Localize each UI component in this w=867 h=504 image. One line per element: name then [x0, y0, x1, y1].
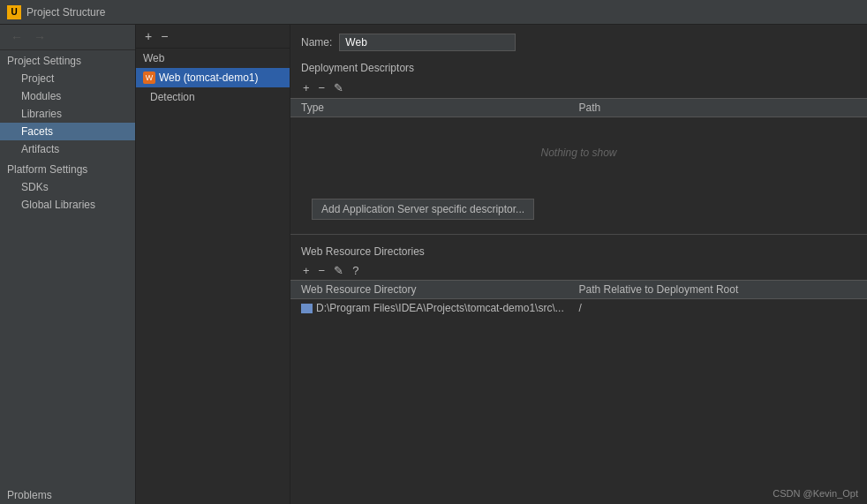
window-title: Project Structure [26, 6, 105, 19]
remove-facet-button[interactable]: − [159, 29, 170, 43]
name-row: Name: [290, 25, 867, 58]
deployment-toolbar: + − ✎ [290, 78, 867, 98]
watermark: CSDN @Kevin_Opt [773, 488, 858, 499]
sidebar-item-global-libraries[interactable]: Global Libraries [0, 196, 135, 214]
back-button[interactable]: ← [7, 30, 26, 44]
project-settings-label: Project Settings [0, 50, 135, 70]
add-descriptor-container: Add Application Server specific descript… [290, 188, 867, 230]
middle-toolbar: + − [136, 25, 290, 49]
sidebar-item-modules[interactable]: Modules [0, 87, 135, 105]
title-bar: U Project Structure [0, 0, 867, 25]
col-type: Type [301, 102, 579, 114]
sidebar: ← → Project Settings Project Modules Lib… [0, 25, 136, 504]
nav-arrows: ← → [0, 25, 135, 50]
sidebar-item-artifacts[interactable]: Artifacts [0, 140, 135, 158]
add-descriptor-toolbar-button[interactable]: + [301, 81, 312, 94]
add-descriptor-button[interactable]: Add Application Server specific descript… [312, 199, 534, 220]
help-wr-button[interactable]: ? [351, 264, 360, 277]
wr-path-cell: / [579, 302, 857, 314]
col-path: Path [579, 102, 857, 114]
folder-icon [301, 304, 313, 313]
wr-table-row[interactable]: D:\Program Files\IDEA\Projects\tomcat-de… [290, 299, 867, 317]
web-resource-section-header: Web Resource Directories [290, 238, 867, 261]
section-divider [290, 234, 867, 235]
deployment-table-header: Type Path [290, 98, 867, 117]
deployment-descriptors-header: Deployment Descriptors [290, 58, 867, 78]
remove-descriptor-toolbar-button[interactable]: − [317, 81, 328, 94]
name-input[interactable] [339, 34, 516, 51]
facet-web-label: Web [136, 49, 290, 68]
right-panel: Name: Deployment Descriptors + − ✎ Type … [290, 25, 867, 504]
forward-button[interactable]: → [30, 30, 49, 44]
edit-descriptor-toolbar-button[interactable]: ✎ [332, 81, 345, 94]
sidebar-item-problems[interactable]: Problems [0, 485, 135, 504]
sidebar-item-sdks[interactable]: SDKs [0, 178, 135, 196]
facet-icon: W [143, 71, 155, 84]
add-wr-button[interactable]: + [301, 264, 312, 277]
wr-dir-cell: D:\Program Files\IDEA\Projects\tomcat-de… [301, 302, 579, 314]
edit-wr-button[interactable]: ✎ [332, 264, 345, 277]
sidebar-item-facets[interactable]: Facets [0, 123, 135, 140]
facet-web-tomcat-item[interactable]: W Web (tomcat-demo1) [136, 68, 290, 87]
add-facet-button[interactable]: + [143, 29, 154, 43]
sidebar-item-libraries[interactable]: Libraries [0, 105, 135, 123]
wr-col-path: Path Relative to Deployment Root [579, 283, 857, 296]
web-resource-toolbar: + − ✎ ? [290, 261, 867, 280]
remove-wr-button[interactable]: − [317, 264, 328, 277]
app-icon: U [7, 5, 21, 19]
deployment-empty: Nothing to show [290, 117, 867, 188]
main-content: ← → Project Settings Project Modules Lib… [0, 25, 867, 504]
platform-settings-label: Platform Settings [0, 158, 135, 178]
name-label: Name: [301, 36, 332, 49]
sidebar-item-project[interactable]: Project [0, 70, 135, 87]
wr-col-dir: Web Resource Directory [301, 283, 579, 296]
facet-detection-item[interactable]: Detection [136, 87, 290, 107]
middle-panel: + − Web W Web (tomcat-demo1) Detection [136, 25, 290, 504]
wr-table-header: Web Resource Directory Path Relative to … [290, 280, 867, 299]
